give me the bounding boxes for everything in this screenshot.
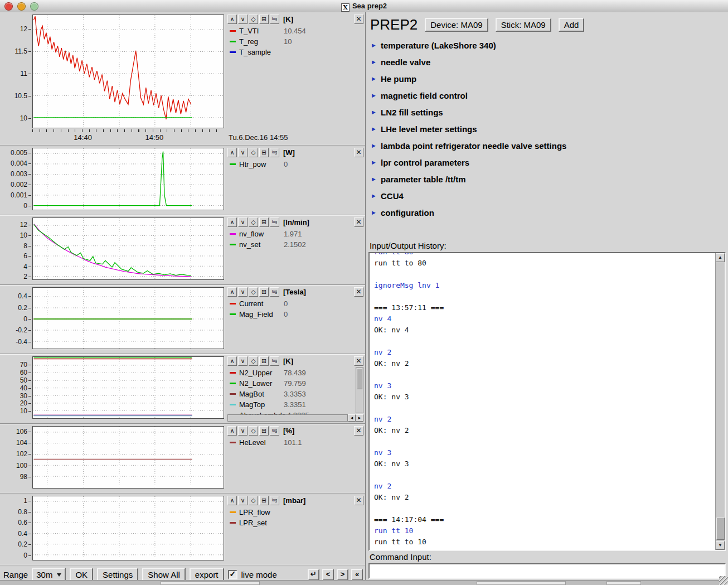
scale-up-button[interactable]: ∧ xyxy=(227,356,237,366)
plot-area[interactable] xyxy=(32,287,224,349)
legend-entry[interactable]: HeLevel101.1 xyxy=(227,437,363,448)
legend-entry[interactable]: nv_set2.1502 xyxy=(227,239,363,250)
minimize-window-button[interactable] xyxy=(17,2,26,11)
scrollbar-track[interactable] xyxy=(227,414,348,422)
scroll-right-button[interactable]: ▸ xyxy=(356,414,363,422)
tree-item[interactable]: ► He pump xyxy=(371,70,724,87)
stick-button[interactable]: Stick: MA09 xyxy=(496,18,551,32)
legend-entry[interactable]: Mag_Field0 xyxy=(227,309,363,320)
page-left-button[interactable]: < xyxy=(322,569,334,581)
tree-item[interactable]: ► magnetic field control xyxy=(371,87,724,104)
expand-triangle-icon[interactable]: ► xyxy=(371,125,377,132)
scale-down-button[interactable]: ∨ xyxy=(238,496,247,505)
expand-triangle-icon[interactable]: ► xyxy=(371,75,377,82)
scale-up-button[interactable]: ∧ xyxy=(227,496,237,505)
scrollbar-thumb[interactable] xyxy=(716,518,725,540)
log-scale-button[interactable]: log xyxy=(270,426,279,436)
scale-up-button[interactable]: ∧ xyxy=(227,426,237,436)
legend-entry[interactable]: T_VTI10.454 xyxy=(227,26,363,36)
tree-item[interactable]: ► configuration xyxy=(371,204,724,221)
scale-down-button[interactable]: ∨ xyxy=(238,426,247,436)
zoom-window-button[interactable] xyxy=(30,2,38,11)
scale-down-button[interactable]: ∨ xyxy=(238,148,247,157)
tree-item[interactable]: ► needle valve xyxy=(371,54,724,70)
expand-triangle-icon[interactable]: ► xyxy=(371,209,377,216)
scale-up-button[interactable]: ∧ xyxy=(227,14,237,24)
legend-entry[interactable]: N2_Upper78.439 xyxy=(227,368,363,378)
close-chart-button[interactable]: ✕ xyxy=(354,217,363,227)
plot-area[interactable] xyxy=(32,217,224,280)
plot-area[interactable] xyxy=(32,496,224,560)
page-right-button[interactable]: > xyxy=(337,569,348,581)
tree-item[interactable]: ► lpr control parameters xyxy=(371,154,724,171)
expand-triangle-icon[interactable]: ► xyxy=(371,142,377,149)
scale-up-button[interactable]: ∧ xyxy=(227,148,237,157)
legend-entry[interactable]: N2_Lower79.759 xyxy=(227,378,363,389)
tree-item[interactable]: ► LHe level meter settings xyxy=(371,120,724,137)
expand-triangle-icon[interactable]: ► xyxy=(371,159,377,166)
legend-entry[interactable]: T_sample xyxy=(227,47,363,57)
autoscale-button[interactable]: ◇ xyxy=(249,496,258,505)
autoscale-button[interactable]: ◇ xyxy=(249,217,258,227)
legend-entry[interactable]: Current0 xyxy=(227,298,363,309)
grid-button[interactable]: ⊞ xyxy=(259,287,269,297)
grid-button[interactable]: ⊞ xyxy=(259,496,269,505)
legend-horizontal-scrollbar[interactable]: ◂ ▸ xyxy=(227,414,363,422)
tree-item[interactable]: ► CCU4 xyxy=(371,187,724,204)
scale-down-button[interactable]: ∨ xyxy=(238,356,247,366)
jump-latest-button[interactable]: ↵ xyxy=(308,569,319,581)
settings-button[interactable]: Settings xyxy=(97,568,138,582)
scale-down-button[interactable]: ∨ xyxy=(238,217,247,227)
export-button[interactable]: export xyxy=(190,568,224,582)
grid-button[interactable]: ⊞ xyxy=(259,148,269,157)
tree-item[interactable]: ► parameter table /tt/tm xyxy=(371,171,724,187)
scale-up-button[interactable]: ∧ xyxy=(227,217,237,227)
plot-area[interactable] xyxy=(32,14,224,128)
grid-button[interactable]: ⊞ xyxy=(259,426,269,436)
autoscale-button[interactable]: ◇ xyxy=(249,287,258,297)
close-chart-button[interactable]: ✕ xyxy=(354,287,363,297)
add-button[interactable]: Add xyxy=(559,18,585,32)
plot-area[interactable] xyxy=(32,426,224,489)
close-chart-button[interactable]: ✕ xyxy=(354,426,363,436)
log-scale-button[interactable]: log xyxy=(270,356,279,366)
io-history-console[interactable]: run tt 80run tt to 80 ignoreMsg lnv 1 ==… xyxy=(368,252,726,551)
scrollbar-thumb[interactable] xyxy=(357,368,362,389)
tree-item[interactable]: ► temperature (LakeShore 340) xyxy=(371,37,724,54)
plot-area[interactable] xyxy=(32,148,224,210)
legend-entry[interactable]: LPR_set xyxy=(227,518,363,528)
expand-triangle-icon[interactable]: ► xyxy=(371,109,377,115)
device-button[interactable]: Device: MA09 xyxy=(425,18,488,32)
tree-item[interactable]: ► LN2 fill settings xyxy=(371,104,724,120)
command-input[interactable] xyxy=(368,563,726,579)
show-all-button[interactable]: Show All xyxy=(142,568,186,582)
scroll-down-button[interactable]: ▼ xyxy=(716,541,725,550)
autoscale-button[interactable]: ◇ xyxy=(249,356,258,366)
legend-entry[interactable]: T_reg10 xyxy=(227,36,363,47)
close-chart-button[interactable]: ✕ xyxy=(354,148,363,157)
scale-up-button[interactable]: ∧ xyxy=(227,287,237,297)
scale-down-button[interactable]: ∨ xyxy=(238,14,247,24)
grid-button[interactable]: ⊞ xyxy=(259,356,269,366)
scroll-up-button[interactable]: ▲ xyxy=(716,253,725,262)
legend-vertical-scrollbar[interactable] xyxy=(356,367,363,413)
log-scale-button[interactable]: log xyxy=(270,287,279,297)
ok-button[interactable]: OK xyxy=(70,568,93,582)
title-bar[interactable]: XSea prep2 xyxy=(0,0,728,13)
log-scale-button[interactable]: log xyxy=(270,217,279,227)
plot-area[interactable] xyxy=(32,356,224,419)
scroll-left-button[interactable]: ◂ xyxy=(348,414,356,422)
autoscale-button[interactable]: ◇ xyxy=(249,426,258,436)
close-chart-button[interactable]: ✕ xyxy=(354,496,363,505)
range-select[interactable]: 30m xyxy=(32,568,66,582)
live-mode-checkbox[interactable]: ✓ xyxy=(228,570,237,579)
legend-entry[interactable]: Htr_pow0 xyxy=(227,159,363,170)
log-scale-button[interactable]: log xyxy=(270,148,279,157)
legend-entry[interactable]: MagTop3.3351 xyxy=(227,399,363,410)
grid-button[interactable]: ⊞ xyxy=(259,14,269,24)
fast-left-button[interactable]: « xyxy=(351,569,363,581)
legend-entry[interactable]: nv_flow1.971 xyxy=(227,229,363,239)
log-scale-button[interactable]: log xyxy=(270,14,279,24)
expand-triangle-icon[interactable]: ► xyxy=(371,59,377,65)
close-chart-button[interactable]: ✕ xyxy=(354,356,363,366)
